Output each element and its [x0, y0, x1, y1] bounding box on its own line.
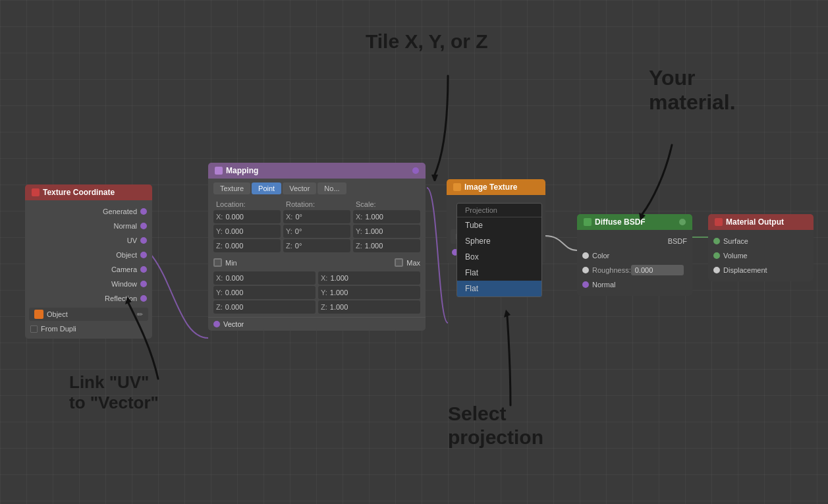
material-icon: [715, 218, 723, 226]
mapping-header: Mapping: [208, 163, 426, 179]
uv-label: UV: [30, 237, 137, 244]
rot-x-field[interactable]: X: 0°: [283, 210, 350, 223]
color-input-socket[interactable]: [582, 252, 589, 259]
roughness-value[interactable]: 0.000: [631, 265, 684, 275]
volume-input-row: Volume: [708, 248, 814, 263]
texture-coord-icon: [32, 188, 40, 196]
object-row: Object: [25, 248, 152, 262]
diffuse-icon: [584, 218, 592, 226]
max-z-field[interactable]: Z: 1.000: [318, 300, 420, 314]
uv-socket[interactable]: [140, 237, 147, 244]
edit-icon[interactable]: ✏: [137, 310, 143, 319]
min-z-field[interactable]: Z: 0.000: [213, 300, 316, 314]
tab-point[interactable]: Point: [252, 182, 281, 194]
projection-dropdown[interactable]: Projection Tube Sphere Box Flat Flat: [456, 203, 542, 297]
proj-item-flat-selected[interactable]: Flat: [457, 281, 541, 296]
mapping-vector-input-socket[interactable]: [213, 321, 220, 327]
reflection-row: Reflection: [25, 291, 152, 306]
proj-item-tube[interactable]: Tube: [457, 217, 541, 233]
texture-coordinate-node: Texture Coordinate Generated Normal UV O…: [25, 184, 152, 339]
location-header: Location:: [213, 198, 281, 210]
roughness-input-socket[interactable]: [582, 267, 589, 273]
scale-y-field[interactable]: Y: 1.000: [353, 225, 420, 238]
surface-input-row: Surface: [708, 234, 814, 248]
image-texture-header: Image Texture: [447, 179, 545, 195]
loc-x-field[interactable]: X: 0.000: [213, 210, 281, 223]
min-checkbox[interactable]: [213, 258, 222, 267]
minmax-fields: X: 0.000 Y: 0.000 Z: 0.000 X: 1.000: [208, 271, 426, 314]
material-body: Surface Volume Displacement: [708, 230, 814, 281]
camera-label: Camera: [30, 266, 137, 273]
proj-item-sphere[interactable]: Sphere: [457, 233, 541, 249]
max-check-item: Max: [395, 258, 420, 267]
mapping-vector-input-label: Vector: [223, 320, 244, 328]
annotation-select-projection: Selectprojection: [448, 402, 543, 449]
material-output-node: Material Output Surface Volume Displacem…: [708, 214, 814, 281]
mapping-z-row: Z: 0.000 Z: 0° Z: 1.000: [208, 239, 426, 255]
from-dupli-label: From Dupli: [41, 325, 76, 333]
displacement-input-row: Displacement: [708, 263, 814, 277]
camera-row: Camera: [25, 262, 152, 277]
from-dupli-row: From Dupli: [25, 323, 152, 335]
tab-normal[interactable]: No...: [317, 182, 346, 194]
window-socket[interactable]: [140, 281, 147, 287]
color-input-label: Color: [592, 252, 687, 260]
mapping-column-headers: Location: Rotation: Scale:: [208, 198, 426, 210]
diffuse-body: BSDF Color Roughness: 0.000 Normal: [577, 230, 692, 296]
material-header: Material Output: [708, 214, 814, 230]
normal-input-socket[interactable]: [582, 281, 589, 288]
scale-z-field[interactable]: Z: 1.000: [353, 239, 420, 252]
volume-input-socket[interactable]: [713, 252, 720, 259]
reflection-socket[interactable]: [140, 295, 147, 302]
color-input-row: Color: [577, 248, 692, 263]
texture-coord-header: Texture Coordinate: [25, 184, 152, 200]
loc-z-field[interactable]: Z: 0.000: [213, 239, 281, 252]
diffuse-header: Diffuse BSDF: [577, 214, 692, 230]
generated-socket[interactable]: [140, 208, 147, 215]
bsdf-output-label: BSDF: [582, 237, 687, 245]
from-dupli-checkbox[interactable]: [30, 325, 38, 333]
min-x-field[interactable]: X: 0.000: [213, 271, 316, 285]
rot-z-field[interactable]: Z: 0°: [283, 239, 350, 252]
tab-vector[interactable]: Vector: [283, 182, 316, 194]
generated-row: Generated: [25, 204, 152, 219]
tab-texture[interactable]: Texture: [213, 182, 250, 194]
rot-y-field[interactable]: Y: 0°: [283, 225, 350, 238]
normal-socket[interactable]: [140, 223, 147, 229]
object-selector-label: Object: [47, 310, 68, 318]
max-x-field[interactable]: X: 1.000: [318, 271, 420, 285]
min-label: Min: [225, 259, 237, 267]
roughness-input-row: Roughness: 0.000: [577, 263, 692, 277]
max-y-field[interactable]: Y: 1.000: [318, 286, 420, 299]
annotation-link-uv: Link "UV"to "Vector": [69, 372, 159, 413]
min-y-field[interactable]: Y: 0.000: [213, 286, 316, 299]
surface-input-socket[interactable]: [713, 238, 720, 244]
material-title: Material Output: [726, 217, 784, 227]
loc-y-field[interactable]: Y: 0.000: [213, 225, 281, 238]
rotation-header: Rotation:: [283, 198, 350, 210]
texture-coord-body: Generated Normal UV Object Camera Window: [25, 200, 152, 339]
object-selector[interactable]: Object ✏: [29, 308, 148, 321]
mapping-node: Mapping Texture Point Vector No... Locat…: [208, 163, 426, 331]
proj-item-box[interactable]: Box: [457, 249, 541, 265]
camera-socket[interactable]: [140, 266, 147, 273]
proj-item-flat1[interactable]: Flat: [457, 265, 541, 281]
object-socket[interactable]: [140, 252, 147, 258]
scale-header: Scale:: [353, 198, 420, 210]
max-checkbox[interactable]: [395, 258, 403, 267]
object-label: Object: [30, 251, 137, 259]
image-texture-icon: [453, 183, 461, 191]
mapping-icon: [215, 167, 223, 175]
mapping-tabs: Texture Point Vector No...: [208, 179, 426, 198]
mapping-y-row: Y: 0.000 Y: 0° Y: 1.000: [208, 225, 426, 239]
mapping-x-row: X: 0.000 X: 0° X: 1.000: [208, 210, 426, 225]
displacement-input-socket[interactable]: [713, 267, 720, 273]
diffuse-title: Diffuse BSDF: [595, 217, 646, 227]
mapping-vector-input-row: Vector: [208, 317, 426, 331]
roughness-label: Roughness:: [592, 266, 631, 274]
bsdf-output-socket[interactable]: [679, 219, 686, 225]
scale-x-field[interactable]: X: 1.000: [353, 210, 420, 223]
mapping-vector-output[interactable]: [412, 167, 419, 174]
max-label: Max: [406, 259, 420, 267]
window-label: Window: [30, 280, 137, 288]
